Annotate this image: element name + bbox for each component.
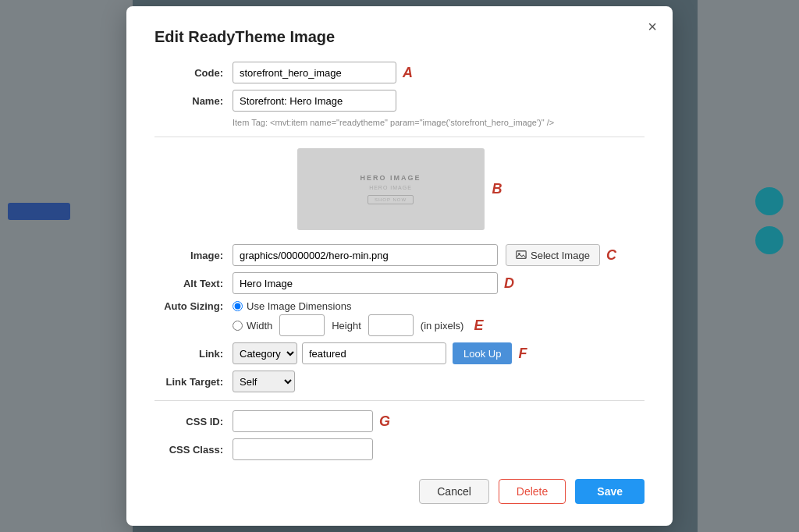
annotation-d: D bbox=[504, 275, 514, 292]
css-class-row: CSS Class: bbox=[154, 438, 645, 460]
width-label: Width bbox=[247, 320, 272, 332]
annotation-a: A bbox=[403, 65, 413, 81]
save-button[interactable]: Save bbox=[575, 479, 645, 504]
close-button[interactable]: × bbox=[648, 19, 657, 34]
name-label: Name: bbox=[154, 95, 233, 107]
annotation-c: C bbox=[606, 247, 616, 264]
select-image-label: Select Image bbox=[531, 250, 590, 261]
modal-backdrop: × Edit ReadyTheme Image Code: A Name: It… bbox=[0, 0, 799, 532]
link-target-select[interactable]: Self Blank Parent Top bbox=[233, 371, 295, 392]
name-input[interactable] bbox=[233, 90, 396, 112]
item-tag-text: Item Tag: <mvt:item name="readytheme" pa… bbox=[233, 118, 645, 127]
divider-1 bbox=[154, 137, 645, 137]
image-preview: HERO IMAGE HERO IMAGE SHOP NOW bbox=[297, 148, 485, 230]
alt-text-label: Alt Text: bbox=[154, 278, 233, 289]
cancel-button[interactable]: Cancel bbox=[419, 479, 489, 504]
height-label: Height bbox=[332, 320, 361, 332]
link-type-select[interactable]: Category Product Page URL bbox=[233, 342, 297, 364]
image-preview-wrap: HERO IMAGE HERO IMAGE SHOP NOW B bbox=[154, 148, 645, 230]
link-target-row: Link Target: Self Blank Parent Top bbox=[154, 371, 645, 392]
select-image-button[interactable]: Select Image bbox=[506, 244, 600, 266]
hero-preview-title: HERO IMAGE bbox=[360, 174, 421, 182]
delete-button[interactable]: Delete bbox=[499, 479, 566, 504]
svg-rect-0 bbox=[517, 251, 526, 259]
custom-dimensions-radio[interactable] bbox=[233, 321, 243, 331]
css-class-input[interactable] bbox=[233, 438, 373, 460]
image-path-input[interactable] bbox=[233, 244, 498, 266]
divider-2 bbox=[154, 400, 645, 401]
modal-title: Edit ReadyTheme Image bbox=[154, 28, 645, 46]
code-label: Code: bbox=[154, 67, 233, 79]
hero-preview-button: SHOP NOW bbox=[368, 195, 414, 204]
look-up-button[interactable]: Look Up bbox=[453, 342, 512, 364]
hero-preview-subtitle: HERO IMAGE bbox=[369, 185, 412, 190]
css-id-input[interactable] bbox=[233, 410, 373, 432]
link-value-input[interactable] bbox=[302, 342, 446, 364]
width-height-row: Width Height (in pixels) E bbox=[233, 314, 483, 336]
annotation-f: F bbox=[518, 346, 527, 362]
edit-readytheme-modal: × Edit ReadyTheme Image Code: A Name: It… bbox=[126, 6, 673, 526]
width-input[interactable] bbox=[279, 314, 325, 336]
footer-row: Cancel Delete Save bbox=[154, 479, 645, 504]
auto-sizing-options: Use Image Dimensions Width Height (in pi… bbox=[233, 300, 483, 336]
code-input[interactable] bbox=[233, 62, 396, 83]
image-icon bbox=[516, 250, 527, 261]
link-label: Link: bbox=[154, 348, 233, 360]
use-image-dimensions-row: Use Image Dimensions bbox=[233, 300, 483, 312]
alt-text-row: Alt Text: D bbox=[154, 272, 645, 294]
height-input[interactable] bbox=[368, 314, 414, 336]
auto-sizing-row: Auto Sizing: Use Image Dimensions Width … bbox=[154, 300, 645, 336]
css-class-label: CSS Class: bbox=[154, 444, 233, 456]
code-row: Code: A bbox=[154, 62, 645, 83]
annotation-b: B bbox=[492, 181, 502, 197]
css-id-label: CSS ID: bbox=[154, 416, 233, 427]
image-row: Image: Select Image C bbox=[154, 244, 645, 266]
use-image-dimensions-radio[interactable] bbox=[233, 301, 243, 311]
annotation-g: G bbox=[379, 413, 390, 430]
link-target-label: Link Target: bbox=[154, 376, 233, 388]
name-row: Name: bbox=[154, 90, 645, 112]
alt-text-input[interactable] bbox=[233, 272, 498, 294]
use-image-dimensions-label[interactable]: Use Image Dimensions bbox=[247, 300, 351, 312]
annotation-e: E bbox=[474, 317, 483, 334]
link-row: Link: Category Product Page URL Look Up … bbox=[154, 342, 645, 364]
auto-sizing-label: Auto Sizing: bbox=[154, 300, 233, 312]
image-label: Image: bbox=[154, 250, 233, 261]
in-pixels-label: (in pixels) bbox=[421, 320, 464, 332]
css-id-row: CSS ID: G bbox=[154, 410, 645, 432]
